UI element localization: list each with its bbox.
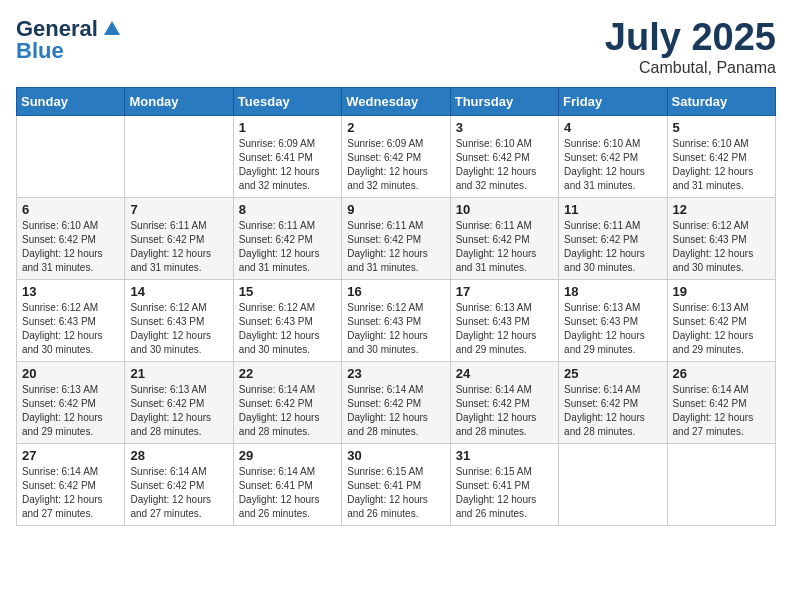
day-number: 26 (673, 366, 770, 381)
day-info: Sunrise: 6:11 AM Sunset: 6:42 PM Dayligh… (347, 219, 444, 275)
day-number: 23 (347, 366, 444, 381)
calendar-cell: 17Sunrise: 6:13 AM Sunset: 6:43 PM Dayli… (450, 280, 558, 362)
calendar-cell: 12Sunrise: 6:12 AM Sunset: 6:43 PM Dayli… (667, 198, 775, 280)
calendar-cell (559, 444, 667, 526)
calendar-cell: 22Sunrise: 6:14 AM Sunset: 6:42 PM Dayli… (233, 362, 341, 444)
day-number: 19 (673, 284, 770, 299)
logo-blue-text: Blue (16, 38, 64, 64)
day-info: Sunrise: 6:10 AM Sunset: 6:42 PM Dayligh… (456, 137, 553, 193)
calendar-week-row: 6Sunrise: 6:10 AM Sunset: 6:42 PM Daylig… (17, 198, 776, 280)
day-number: 28 (130, 448, 227, 463)
day-info: Sunrise: 6:14 AM Sunset: 6:41 PM Dayligh… (239, 465, 336, 521)
day-number: 1 (239, 120, 336, 135)
page-header: General Blue July 2025 Cambutal, Panama (16, 16, 776, 77)
calendar-title-area: July 2025 Cambutal, Panama (605, 16, 776, 77)
weekday-header-tuesday: Tuesday (233, 88, 341, 116)
day-number: 18 (564, 284, 661, 299)
day-number: 8 (239, 202, 336, 217)
calendar-cell: 1Sunrise: 6:09 AM Sunset: 6:41 PM Daylig… (233, 116, 341, 198)
day-number: 14 (130, 284, 227, 299)
day-number: 6 (22, 202, 119, 217)
day-info: Sunrise: 6:14 AM Sunset: 6:42 PM Dayligh… (239, 383, 336, 439)
day-info: Sunrise: 6:14 AM Sunset: 6:42 PM Dayligh… (130, 465, 227, 521)
calendar-cell: 13Sunrise: 6:12 AM Sunset: 6:43 PM Dayli… (17, 280, 125, 362)
calendar-cell: 26Sunrise: 6:14 AM Sunset: 6:42 PM Dayli… (667, 362, 775, 444)
calendar-cell: 24Sunrise: 6:14 AM Sunset: 6:42 PM Dayli… (450, 362, 558, 444)
day-number: 13 (22, 284, 119, 299)
calendar-cell: 14Sunrise: 6:12 AM Sunset: 6:43 PM Dayli… (125, 280, 233, 362)
day-info: Sunrise: 6:13 AM Sunset: 6:43 PM Dayligh… (564, 301, 661, 357)
day-number: 25 (564, 366, 661, 381)
day-number: 5 (673, 120, 770, 135)
calendar-cell: 23Sunrise: 6:14 AM Sunset: 6:42 PM Dayli… (342, 362, 450, 444)
calendar-cell (667, 444, 775, 526)
day-info: Sunrise: 6:10 AM Sunset: 6:42 PM Dayligh… (564, 137, 661, 193)
calendar-cell: 28Sunrise: 6:14 AM Sunset: 6:42 PM Dayli… (125, 444, 233, 526)
calendar-week-row: 27Sunrise: 6:14 AM Sunset: 6:42 PM Dayli… (17, 444, 776, 526)
day-info: Sunrise: 6:11 AM Sunset: 6:42 PM Dayligh… (130, 219, 227, 275)
calendar-cell: 4Sunrise: 6:10 AM Sunset: 6:42 PM Daylig… (559, 116, 667, 198)
weekday-header-sunday: Sunday (17, 88, 125, 116)
day-info: Sunrise: 6:13 AM Sunset: 6:42 PM Dayligh… (130, 383, 227, 439)
calendar-week-row: 13Sunrise: 6:12 AM Sunset: 6:43 PM Dayli… (17, 280, 776, 362)
day-number: 31 (456, 448, 553, 463)
day-number: 20 (22, 366, 119, 381)
calendar-cell: 7Sunrise: 6:11 AM Sunset: 6:42 PM Daylig… (125, 198, 233, 280)
calendar-week-row: 20Sunrise: 6:13 AM Sunset: 6:42 PM Dayli… (17, 362, 776, 444)
calendar-cell: 8Sunrise: 6:11 AM Sunset: 6:42 PM Daylig… (233, 198, 341, 280)
day-info: Sunrise: 6:14 AM Sunset: 6:42 PM Dayligh… (347, 383, 444, 439)
day-number: 21 (130, 366, 227, 381)
logo-icon (102, 19, 122, 39)
day-info: Sunrise: 6:12 AM Sunset: 6:43 PM Dayligh… (22, 301, 119, 357)
calendar-cell: 21Sunrise: 6:13 AM Sunset: 6:42 PM Dayli… (125, 362, 233, 444)
day-number: 17 (456, 284, 553, 299)
day-info: Sunrise: 6:11 AM Sunset: 6:42 PM Dayligh… (564, 219, 661, 275)
weekday-header-wednesday: Wednesday (342, 88, 450, 116)
day-number: 30 (347, 448, 444, 463)
calendar-cell: 2Sunrise: 6:09 AM Sunset: 6:42 PM Daylig… (342, 116, 450, 198)
day-info: Sunrise: 6:13 AM Sunset: 6:42 PM Dayligh… (22, 383, 119, 439)
day-info: Sunrise: 6:14 AM Sunset: 6:42 PM Dayligh… (564, 383, 661, 439)
calendar-cell: 5Sunrise: 6:10 AM Sunset: 6:42 PM Daylig… (667, 116, 775, 198)
weekday-header-thursday: Thursday (450, 88, 558, 116)
calendar-cell: 6Sunrise: 6:10 AM Sunset: 6:42 PM Daylig… (17, 198, 125, 280)
day-number: 27 (22, 448, 119, 463)
calendar-cell: 27Sunrise: 6:14 AM Sunset: 6:42 PM Dayli… (17, 444, 125, 526)
weekday-header-friday: Friday (559, 88, 667, 116)
calendar-cell: 31Sunrise: 6:15 AM Sunset: 6:41 PM Dayli… (450, 444, 558, 526)
calendar-cell: 19Sunrise: 6:13 AM Sunset: 6:42 PM Dayli… (667, 280, 775, 362)
day-info: Sunrise: 6:12 AM Sunset: 6:43 PM Dayligh… (130, 301, 227, 357)
calendar-cell: 20Sunrise: 6:13 AM Sunset: 6:42 PM Dayli… (17, 362, 125, 444)
calendar-cell: 16Sunrise: 6:12 AM Sunset: 6:43 PM Dayli… (342, 280, 450, 362)
svg-marker-0 (104, 21, 120, 35)
calendar-cell: 18Sunrise: 6:13 AM Sunset: 6:43 PM Dayli… (559, 280, 667, 362)
day-info: Sunrise: 6:09 AM Sunset: 6:41 PM Dayligh… (239, 137, 336, 193)
calendar-cell: 30Sunrise: 6:15 AM Sunset: 6:41 PM Dayli… (342, 444, 450, 526)
day-info: Sunrise: 6:14 AM Sunset: 6:42 PM Dayligh… (673, 383, 770, 439)
day-number: 22 (239, 366, 336, 381)
day-number: 4 (564, 120, 661, 135)
day-number: 3 (456, 120, 553, 135)
day-info: Sunrise: 6:11 AM Sunset: 6:42 PM Dayligh… (239, 219, 336, 275)
calendar-week-row: 1Sunrise: 6:09 AM Sunset: 6:41 PM Daylig… (17, 116, 776, 198)
calendar-cell: 10Sunrise: 6:11 AM Sunset: 6:42 PM Dayli… (450, 198, 558, 280)
day-info: Sunrise: 6:14 AM Sunset: 6:42 PM Dayligh… (456, 383, 553, 439)
day-info: Sunrise: 6:13 AM Sunset: 6:42 PM Dayligh… (673, 301, 770, 357)
calendar-header-row: SundayMondayTuesdayWednesdayThursdayFrid… (17, 88, 776, 116)
day-info: Sunrise: 6:13 AM Sunset: 6:43 PM Dayligh… (456, 301, 553, 357)
day-number: 24 (456, 366, 553, 381)
calendar-cell: 15Sunrise: 6:12 AM Sunset: 6:43 PM Dayli… (233, 280, 341, 362)
weekday-header-saturday: Saturday (667, 88, 775, 116)
day-info: Sunrise: 6:11 AM Sunset: 6:42 PM Dayligh… (456, 219, 553, 275)
day-info: Sunrise: 6:12 AM Sunset: 6:43 PM Dayligh… (239, 301, 336, 357)
day-number: 15 (239, 284, 336, 299)
calendar-cell (17, 116, 125, 198)
day-info: Sunrise: 6:10 AM Sunset: 6:42 PM Dayligh… (673, 137, 770, 193)
day-info: Sunrise: 6:15 AM Sunset: 6:41 PM Dayligh… (456, 465, 553, 521)
day-number: 16 (347, 284, 444, 299)
day-info: Sunrise: 6:15 AM Sunset: 6:41 PM Dayligh… (347, 465, 444, 521)
day-info: Sunrise: 6:09 AM Sunset: 6:42 PM Dayligh… (347, 137, 444, 193)
day-number: 10 (456, 202, 553, 217)
month-title: July 2025 (605, 16, 776, 59)
calendar-table: SundayMondayTuesdayWednesdayThursdayFrid… (16, 87, 776, 526)
